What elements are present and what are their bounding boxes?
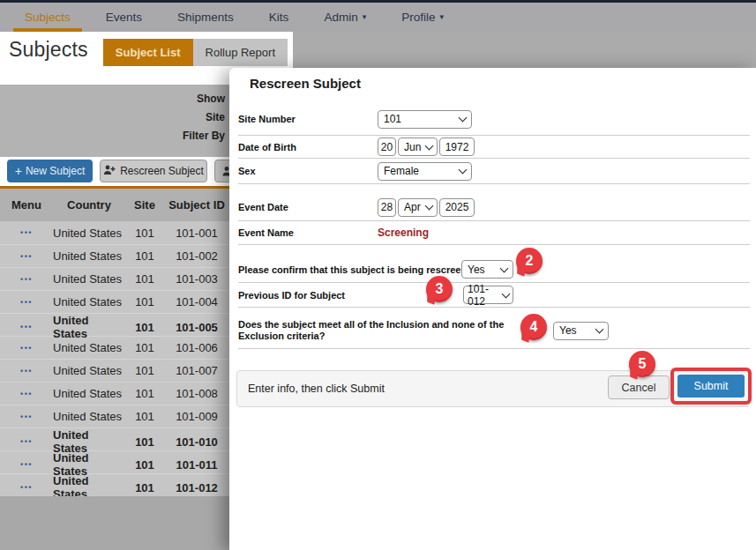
dob-day-input[interactable]: 20	[378, 138, 396, 156]
table-row[interactable]: ••• United States 101 101-001	[0, 221, 229, 244]
annotation-badge-3: 3	[426, 276, 453, 302]
row-menu-icon[interactable]: •••	[0, 437, 53, 446]
column-header-country[interactable]: Country	[53, 198, 125, 212]
nav-item-shipments[interactable]: Shipments	[177, 11, 234, 24]
nav-label: Events	[106, 11, 142, 24]
previous-id-label: Previous ID for Subject	[238, 290, 345, 301]
modal-title: Rescreen Subject	[250, 76, 361, 91]
event-date-label: Event Date	[238, 202, 288, 212]
app-screen: Subjects Events Shipments Kits Admin ▾ P…	[0, 0, 756, 550]
page-title: Subjects	[9, 38, 88, 62]
event-year-input[interactable]: 2025	[439, 198, 475, 217]
column-header-menu[interactable]: Menu	[0, 198, 53, 212]
table-row[interactable]: ••• United States 101 101-008	[0, 382, 229, 405]
tab-rollup-report[interactable]: Rollup Report	[193, 39, 288, 66]
filter-label-site: Site	[206, 111, 225, 123]
cell-country: United States	[53, 249, 125, 263]
row-menu-icon[interactable]: •••	[0, 390, 53, 398]
event-name-label: Event Name	[238, 227, 294, 238]
cell-site: 101	[125, 295, 164, 308]
cell-subject-id: 101-010	[164, 435, 229, 449]
row-menu-icon[interactable]: •••	[0, 412, 53, 421]
row-menu-icon[interactable]: •••	[0, 275, 53, 284]
table-row[interactable]: ••• United States 101 101-009	[0, 405, 229, 427]
nav-item-kits[interactable]: Kits	[269, 11, 289, 24]
nav-label: Kits	[269, 11, 289, 24]
table-row[interactable]: ••• United States 101 101-005	[0, 313, 229, 336]
dob-year-input[interactable]: 1972	[439, 138, 475, 156]
table-row[interactable]: ••• United States 101 101-010	[0, 427, 229, 450]
table-row[interactable]: ••• United States 101 101-007	[0, 359, 229, 382]
table-row[interactable]: ••• United States 101 101-012	[0, 473, 229, 496]
cell-subject-id: 101-003	[164, 272, 229, 286]
caret-down-icon: ▾	[363, 13, 367, 21]
previous-id-select[interactable]: 101-012	[463, 286, 513, 304]
submit-button[interactable]: Submit	[677, 375, 745, 398]
dimmed-backdrop-strip	[293, 32, 756, 68]
cell-site: 101	[125, 410, 164, 423]
row-menu-icon[interactable]: •••	[0, 252, 53, 261]
table-row[interactable]: ••• United States 101 101-003	[0, 267, 229, 290]
row-menu-icon[interactable]: •••	[0, 344, 53, 353]
nav-item-profile[interactable]: Profile ▾	[401, 11, 444, 24]
new-subject-button[interactable]: + New Subject	[7, 160, 93, 182]
annotation-badge-2: 2	[516, 248, 543, 274]
cell-site: 101	[125, 458, 164, 472]
cell-subject-id: 101-004	[164, 295, 229, 308]
nav-label: Shipments	[177, 11, 234, 24]
site-number-value: 101	[384, 113, 401, 125]
confirm-rescreen-label: Please confirm that this subject is bein…	[238, 264, 478, 275]
cell-site: 101	[125, 321, 164, 334]
chevron-down-icon	[595, 325, 604, 334]
cell-country: United States	[53, 341, 125, 354]
column-header-subject-id[interactable]: Subject ID	[164, 198, 229, 212]
row-menu-icon[interactable]: •••	[0, 228, 53, 237]
table-row[interactable]: ••• United States 101 101-002	[0, 244, 229, 267]
cell-site: 101	[125, 227, 164, 240]
chevron-down-icon	[459, 114, 468, 123]
chevron-down-icon	[424, 202, 433, 211]
tab-subject-list[interactable]: Subject List	[103, 39, 193, 66]
table-body: ••• United States 101 101-001 ••• United…	[0, 221, 229, 496]
event-month-value: Apr	[404, 201, 421, 213]
row-menu-icon[interactable]: •••	[0, 483, 53, 492]
table-row[interactable]: ••• United States 101 101-004	[0, 290, 229, 313]
page-header: Subjects Subject List Rollup Report	[0, 32, 293, 68]
sex-select[interactable]: Female	[378, 162, 472, 181]
event-month-select[interactable]: Apr	[398, 198, 438, 217]
cancel-button[interactable]: Cancel	[608, 375, 670, 399]
confirm-rescreen-select[interactable]: Yes	[461, 260, 513, 279]
date-of-birth-label: Date of Birth	[238, 142, 296, 152]
filter-label-filter-by: Filter By	[183, 130, 225, 142]
date-of-birth-row: Date of Birth 20 Jun 1972	[238, 136, 750, 159]
cell-country: United States	[53, 314, 125, 340]
event-day-input[interactable]: 28	[378, 198, 396, 217]
nav-item-events[interactable]: Events	[106, 11, 142, 24]
cell-subject-id: 101-005	[164, 321, 229, 334]
cell-country: United States	[53, 364, 125, 377]
row-menu-icon[interactable]: •••	[0, 323, 53, 331]
nav-item-admin[interactable]: Admin ▾	[324, 11, 366, 24]
chevron-down-icon	[459, 166, 468, 175]
event-name-value: Screening	[378, 227, 429, 239]
cell-site: 101	[125, 435, 164, 449]
cell-site: 101	[125, 341, 164, 354]
rescreen-subject-button[interactable]: Rescreen Subject	[100, 160, 207, 182]
criteria-select[interactable]: Yes	[553, 322, 609, 340]
column-header-site[interactable]: Site	[125, 198, 164, 212]
sex-label: Sex	[238, 166, 256, 176]
criteria-row: Does the subject meet all of the Inclusi…	[238, 313, 750, 349]
submit-highlight-box: Submit	[670, 368, 752, 405]
site-number-select[interactable]: 101	[378, 110, 472, 129]
cell-site: 101	[125, 387, 164, 400]
nav-item-subjects[interactable]: Subjects	[25, 11, 71, 24]
cell-subject-id: 101-007	[164, 364, 229, 377]
event-date-row: Event Date 28 Apr 2025	[238, 194, 750, 221]
row-menu-icon[interactable]: •••	[0, 460, 53, 469]
row-menu-icon[interactable]: •••	[0, 367, 53, 375]
table-row[interactable]: ••• United States 101 101-011	[0, 450, 229, 473]
cell-subject-id: 101-009	[164, 410, 229, 423]
caret-down-icon: ▾	[439, 13, 444, 21]
dob-month-select[interactable]: Jun	[398, 138, 438, 156]
row-menu-icon[interactable]: •••	[0, 298, 53, 307]
